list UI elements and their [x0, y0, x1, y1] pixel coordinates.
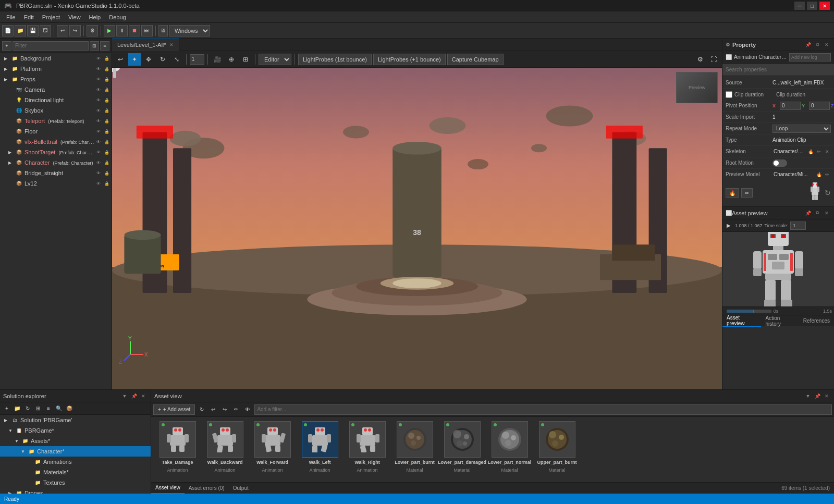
undo-scene-button[interactable]: ↩: [114, 53, 127, 66]
save-all-button[interactable]: 🖫: [40, 25, 51, 36]
asset-undo-btn[interactable]: ↩: [208, 405, 218, 414]
tree-item-camera[interactable]: 📷 Camera 👁 🔒: [0, 84, 112, 95]
asset-lower-damaged[interactable]: Lower_part_damaged Material: [440, 421, 484, 473]
asset-lower-burnt[interactable]: Lower_part_burnt Material: [393, 421, 437, 473]
sol-item-project[interactable]: ▼ 📋 PBRGame*: [0, 425, 151, 436]
lock-icon-shoottarget[interactable]: 🔒: [103, 149, 111, 156]
sol-item-textures[interactable]: 📁 Textures: [0, 477, 151, 488]
asset-filter-input[interactable]: [254, 404, 832, 415]
play-button[interactable]: ▶: [104, 25, 115, 36]
menu-view[interactable]: View: [64, 13, 85, 21]
asset-view-pin-btn[interactable]: 📌: [813, 392, 821, 400]
lock-icon-bridge[interactable]: 🔒: [103, 169, 111, 177]
sol-filter3-btn[interactable]: 🔍: [54, 404, 64, 413]
lock-icon-character[interactable]: 🔒: [103, 159, 111, 166]
asset-walk-right[interactable]: Walk_Right Animation: [345, 421, 389, 473]
eye-icon-directional-light[interactable]: 👁: [95, 96, 102, 104]
prop-repeat-select[interactable]: Loop Once Bounce: [772, 125, 831, 133]
step-button[interactable]: ⏭: [141, 25, 153, 36]
lock-icon-camera[interactable]: 🔒: [103, 86, 111, 93]
maximize-button[interactable]: □: [807, 2, 817, 10]
pause-button[interactable]: ⏸: [116, 25, 128, 36]
capture-cubemap-button[interactable]: Capture Cubemap: [447, 54, 504, 65]
menu-file[interactable]: File: [2, 13, 20, 21]
skeleton-clear-icon[interactable]: ✕: [824, 148, 831, 155]
settings-viewport-btn[interactable]: ⚙: [694, 53, 706, 66]
stop-button[interactable]: ⏹: [129, 25, 140, 36]
sol-item-animations[interactable]: 📁 Animations: [0, 457, 151, 467]
close-button[interactable]: ✕: [819, 2, 830, 10]
lightprobes2-button[interactable]: LightProbes (+1 bounce): [373, 54, 446, 65]
eye-icon-floor[interactable]: 👁: [95, 128, 102, 135]
fullscreen-btn[interactable]: ⛶: [707, 53, 720, 66]
add-asset-button[interactable]: + + Add asset: [153, 404, 195, 415]
sol-item-assets[interactable]: ▼ 📁 Assets*: [0, 436, 151, 446]
menu-help[interactable]: Help: [85, 13, 105, 21]
tab-output[interactable]: Output: [229, 483, 253, 494]
sol-item-solution[interactable]: ▶ 🗂 Solution 'PBRGame': [0, 415, 151, 425]
eye-icon-character[interactable]: 👁: [95, 159, 102, 166]
property-search[interactable]: [722, 64, 834, 76]
tree-item-shoottarget[interactable]: ▶ 📦 ShootTarget (Prefab: Character) 👁 🔒: [0, 147, 112, 157]
tab-asset-errors[interactable]: Asset errors (0): [185, 483, 229, 494]
asset-walk-left[interactable]: Walk_Left Animation: [298, 421, 342, 473]
preview-play-btn[interactable]: ▶: [725, 222, 733, 230]
asset-upper-burnt[interactable]: Upper_part_burnt Material: [535, 421, 579, 473]
asset-pencil-btn[interactable]: ✏: [231, 405, 241, 414]
preview-model-open-btn[interactable]: 🔥: [726, 188, 739, 198]
eye-icon-shoottarget[interactable]: 👁: [95, 149, 102, 156]
preview-model-edit-icon[interactable]: ✏: [824, 171, 831, 178]
pivot-x-input[interactable]: [780, 102, 801, 110]
preview-model-flame-icon[interactable]: 🔥: [815, 171, 823, 178]
asset-lower-normal[interactable]: Lower_part_normal Material: [487, 421, 532, 473]
property-float-btn[interactable]: ⧉: [813, 41, 821, 49]
preview-timescale-input[interactable]: [790, 222, 806, 230]
camera-view-button[interactable]: 🎥: [211, 53, 224, 66]
tree-item-teleport[interactable]: 📦 Teleport (Prefab: Teleport) 👁 🔒: [0, 116, 112, 126]
eye-icon-platform[interactable]: 👁: [95, 65, 102, 72]
gizmo-button[interactable]: ⊕: [225, 53, 238, 66]
asset-preview-close-btn[interactable]: ✕: [823, 209, 831, 217]
editor-mode-dropdown[interactable]: Editor: [259, 54, 291, 65]
eye-icon-background[interactable]: 👁: [95, 55, 102, 62]
tree-item-skybox[interactable]: 🌐 Skybox 👁 🔒: [0, 105, 112, 116]
tab-action-history[interactable]: Action history: [761, 315, 799, 327]
tree-item-props[interactable]: ▶ 📁 Props 👁 🔒: [0, 74, 112, 84]
sol-add-btn[interactable]: +: [2, 404, 11, 413]
rotate-preview-btn[interactable]: ↻: [825, 189, 831, 197]
menu-project[interactable]: Project: [38, 13, 64, 21]
sol-item-character[interactable]: ▼ 📁 Character*: [0, 446, 151, 457]
scene-layout-btn1[interactable]: ⊞: [90, 41, 99, 51]
lock-icon-props[interactable]: 🔒: [103, 76, 111, 83]
tab-close-level1[interactable]: ✕: [169, 42, 174, 47]
asset-eye-btn[interactable]: 👁: [243, 405, 252, 414]
windows-dropdown[interactable]: Windows: [169, 25, 210, 36]
eye-icon-camera[interactable]: 👁: [95, 86, 102, 93]
minimize-button[interactable]: ─: [794, 2, 805, 10]
root-motion-toggle[interactable]: [772, 159, 787, 167]
tree-item-floor[interactable]: 📦 Floor 👁 🔒: [0, 126, 112, 137]
tree-item-bridge[interactable]: 📦 Bridge_straight 👁 🔒: [0, 168, 112, 178]
select-button[interactable]: ✦: [128, 53, 141, 66]
scene-layout-btn2[interactable]: ≡: [100, 41, 109, 51]
lightprobes1-button[interactable]: LightProbes (1st bounce): [298, 54, 372, 65]
clip-duration-checkbox[interactable]: [726, 91, 732, 98]
undo-button[interactable]: ↩: [57, 25, 68, 36]
save-button[interactable]: 💾: [27, 25, 39, 36]
tree-item-vfx[interactable]: 📦 vfx-Bullettrail (Prefab: Character) 👁 …: [0, 137, 112, 147]
asset-view-down-btn[interactable]: ▼: [804, 392, 812, 400]
property-pin-btn[interactable]: 📌: [804, 41, 812, 49]
menu-debug[interactable]: Debug: [105, 13, 130, 21]
viewport[interactable]: 38 CAUTION: [112, 68, 722, 389]
tab-references[interactable]: References: [799, 315, 834, 327]
eye-icon-props[interactable]: 👁: [95, 76, 102, 83]
sol-down-btn[interactable]: ▼: [120, 392, 129, 400]
eye-icon-vfx[interactable]: 👁: [95, 138, 102, 145]
eye-icon-lv12[interactable]: 👁: [95, 180, 102, 187]
property-close-btn[interactable]: ✕: [823, 41, 831, 49]
tree-item-directional-light[interactable]: 💡 Directional light 👁 🔒: [0, 95, 112, 105]
lock-icon-lv12[interactable]: 🔒: [103, 180, 111, 187]
sol-pin-btn[interactable]: 📌: [130, 392, 138, 400]
sol-refresh-btn[interactable]: ↻: [23, 404, 32, 413]
lock-icon-floor[interactable]: 🔒: [103, 128, 111, 135]
